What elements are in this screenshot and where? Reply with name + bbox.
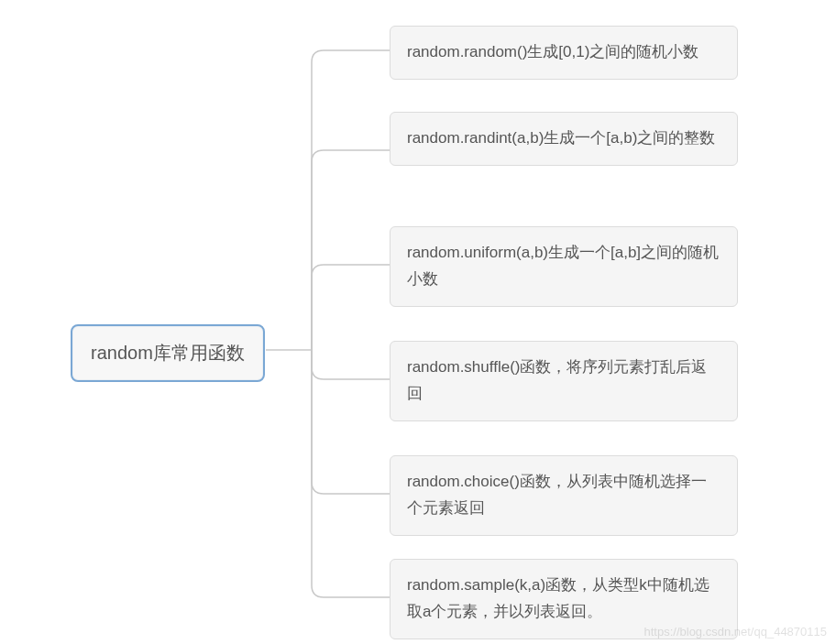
root-label: random库常用函数	[91, 343, 245, 363]
child-node-randint[interactable]: random.randint(a,b)生成一个[a,b)之间的整数	[390, 112, 738, 166]
child-text: random.randint(a,b)生成一个[a,b)之间的整数	[407, 129, 715, 147]
child-text: random.uniform(a,b)生成一个[a,b]之间的随机小数	[407, 244, 719, 288]
child-node-uniform[interactable]: random.uniform(a,b)生成一个[a,b]之间的随机小数	[390, 226, 738, 307]
watermark-text: https://blog.csdn.net/qq_44870115	[644, 625, 828, 639]
child-text: random.random()生成[0,1)之间的随机小数	[407, 43, 698, 60]
child-node-choice[interactable]: random.choice()函数，从列表中随机选择一个元素返回	[390, 455, 738, 536]
child-text: random.choice()函数，从列表中随机选择一个元素返回	[407, 473, 707, 517]
child-text: random.sample(k,a)函数，从类型k中随机选取a个元素，并以列表返…	[407, 576, 710, 620]
watermark: https://blog.csdn.net/qq_44870115	[644, 625, 828, 639]
connector-lines	[0, 0, 836, 644]
child-node-random[interactable]: random.random()生成[0,1)之间的随机小数	[390, 26, 738, 80]
root-node[interactable]: random库常用函数	[71, 324, 265, 382]
child-text: random.shuffle()函数，将序列元素打乱后返回	[407, 358, 707, 402]
child-node-shuffle[interactable]: random.shuffle()函数，将序列元素打乱后返回	[390, 341, 738, 421]
